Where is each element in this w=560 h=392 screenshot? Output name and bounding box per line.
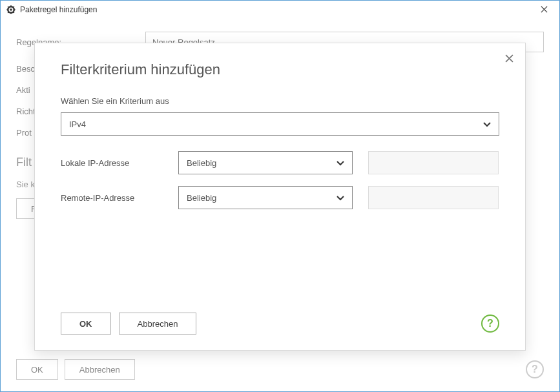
local-ip-select-value: Beliebig bbox=[187, 158, 216, 168]
bg-cancel-button[interactable]: Abbrechen bbox=[65, 359, 135, 380]
close-icon bbox=[505, 52, 513, 65]
chevron-down-icon bbox=[483, 119, 491, 129]
titlebar: Paketregel hinzufügen bbox=[1, 1, 559, 19]
filter-criterion-dialog: Filterkriterium hinzufügen Wählen Sie ei… bbox=[34, 43, 526, 351]
svg-point-2 bbox=[10, 8, 12, 11]
svg-line-7 bbox=[8, 6, 8, 7]
remote-ip-input[interactable] bbox=[368, 186, 499, 209]
window-close-button[interactable] bbox=[532, 2, 555, 17]
dialog-footer: OK Abbrechen ? bbox=[61, 313, 499, 335]
chevron-down-icon bbox=[337, 192, 344, 203]
svg-line-9 bbox=[14, 6, 14, 7]
background-footer: OK Abbrechen ? bbox=[16, 359, 544, 380]
remote-ip-select-value: Beliebig bbox=[187, 193, 216, 203]
remote-ip-select[interactable]: Beliebig bbox=[178, 186, 353, 209]
dialog-title: Filterkriterium hinzufügen bbox=[61, 61, 499, 78]
help-icon[interactable]: ? bbox=[481, 315, 499, 333]
close-icon bbox=[541, 5, 548, 15]
dialog-close-button[interactable] bbox=[505, 52, 513, 66]
dialog-cancel-button[interactable]: Abbrechen bbox=[119, 313, 197, 335]
help-icon[interactable]: ? bbox=[526, 360, 544, 378]
local-ip-input[interactable] bbox=[368, 151, 499, 174]
chevron-down-icon bbox=[337, 158, 344, 168]
svg-line-8 bbox=[14, 12, 14, 13]
criterion-select-value: IPv4 bbox=[69, 119, 86, 129]
main-window: Paketregel hinzufügen Regelname: Besch A… bbox=[0, 0, 560, 392]
app-icon bbox=[6, 5, 16, 15]
criterion-label: Wählen Sie ein Kriterium aus bbox=[61, 96, 499, 106]
window-title: Paketregel hinzufügen bbox=[20, 5, 532, 14]
local-ip-label: Lokale IP-Adresse bbox=[61, 158, 178, 168]
dialog-ok-button[interactable]: OK bbox=[61, 313, 111, 335]
local-ip-select[interactable]: Beliebig bbox=[178, 151, 353, 174]
svg-line-10 bbox=[8, 12, 8, 13]
bg-ok-button[interactable]: OK bbox=[16, 359, 58, 380]
remote-ip-label: Remote-IP-Adresse bbox=[61, 193, 178, 203]
criterion-select[interactable]: IPv4 bbox=[61, 112, 499, 136]
